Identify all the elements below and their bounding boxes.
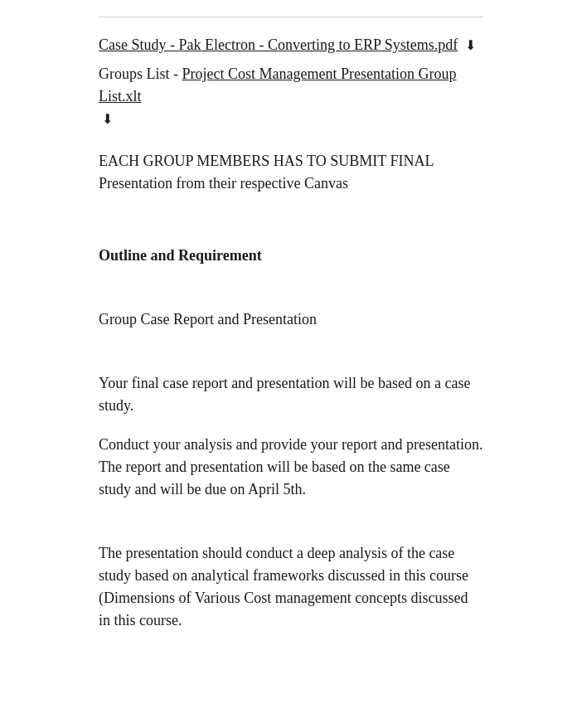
pdf-link[interactable]: Case Study - Pak Electron - Converting t…	[99, 36, 458, 53]
conduct-paragraph: Conduct your analysis and provide your r…	[99, 434, 483, 501]
group-case-heading: Group Case Report and Presentation	[99, 308, 483, 331]
presentation-analysis-paragraph: The presentation should conduct a deep a…	[99, 542, 483, 632]
groups-label: Groups List -	[99, 66, 182, 82]
pdf-link-line: Case Study - Pak Electron - Converting t…	[99, 34, 483, 56]
page-container: Case Study - Pak Electron - Converting t…	[0, 0, 582, 665]
groups-download-line: ⬇	[99, 108, 483, 130]
each-group-line2: Presentation from their respective Canva…	[99, 172, 483, 195]
final-case-paragraph: Your final case report and presentation …	[99, 372, 483, 417]
pdf-download-icon[interactable]: ⬇	[465, 36, 476, 56]
groups-line: Groups List - Project Cost Management Pr…	[99, 63, 483, 108]
each-group-line1: EACH GROUP MEMBERS HAS TO SUBMIT FINAL	[99, 150, 483, 172]
top-divider	[99, 17, 483, 17]
groups-download-icon[interactable]: ⬇	[102, 109, 113, 129]
outline-heading: Outline and Requirement	[99, 245, 483, 267]
